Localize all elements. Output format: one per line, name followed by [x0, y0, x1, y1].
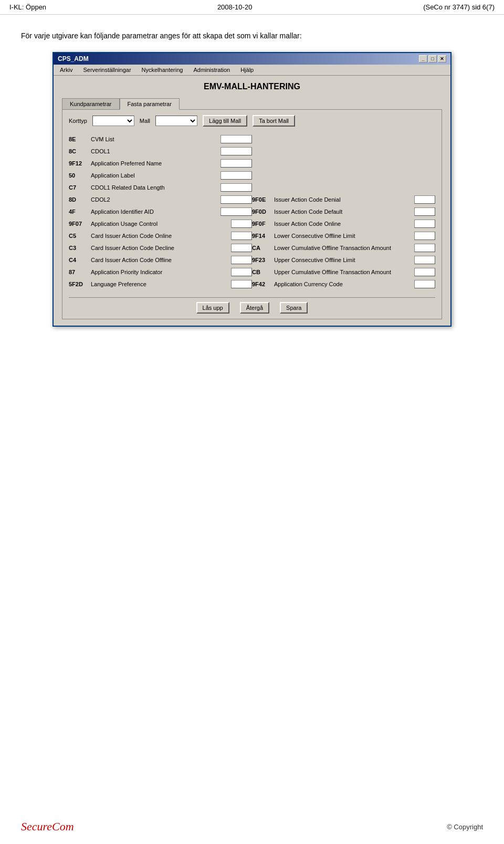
intro-paragraph: För varje utgivare kan följande parametr…: [21, 30, 483, 41]
menu-item-hjalp[interactable]: Hjälp: [238, 66, 256, 74]
securecom-logo: SecureCom: [21, 820, 74, 833]
logo-com: Com: [52, 820, 74, 833]
param-code-c5: C5: [69, 233, 91, 239]
param-input-9f23[interactable]: [414, 256, 435, 264]
param-name-c3: Card Issuer Action Code Decline: [91, 245, 231, 251]
param-name-9f0e: Issuer Action Code Denial: [274, 196, 414, 203]
param-input-9f12[interactable]: [220, 159, 252, 168]
param-code-8e: 8E: [69, 136, 91, 142]
header-center: 2008-10-20: [217, 3, 253, 11]
page-footer: SecureCom © Copyright: [0, 820, 504, 833]
titlebar-buttons: _ □ ✕: [419, 55, 446, 62]
add-mall-button[interactable]: Lägg till Mall: [203, 115, 247, 127]
param-input-9f14[interactable]: [414, 232, 435, 240]
param-name-50: Application Label: [91, 172, 220, 179]
param-name-cb: Upper Cumulative Offline Transaction Amo…: [274, 269, 414, 275]
param-input-ca[interactable]: [414, 244, 435, 252]
close-button[interactable]: ✕: [438, 55, 446, 62]
param-input-8e[interactable]: [220, 135, 252, 143]
dialog-main-title: EMV-MALL-HANTERING: [62, 82, 442, 91]
param-name-4f: Application Identifier AID: [91, 209, 220, 215]
param-input-c7[interactable]: [220, 183, 252, 192]
param-input-9f0f[interactable]: [414, 220, 435, 228]
revert-button[interactable]: Återgå: [240, 302, 269, 314]
param-row-cb: CB Upper Cumulative Offline Transaction …: [252, 267, 435, 277]
param-code-50: 50: [69, 172, 91, 179]
menu-item-nyckelhantering[interactable]: Nyckelhantering: [140, 66, 185, 74]
param-row-9f0e: 9F0E Issuer Action Code Denial: [252, 194, 435, 205]
unlock-button[interactable]: Lås upp: [196, 302, 229, 314]
param-name-ca: Lower Cumulative Offline Transaction Amo…: [274, 245, 414, 251]
params-grid: 8E CVM List 8C CDOL1 9F12 Application Pr…: [69, 133, 435, 292]
mall-label: Mall: [140, 118, 150, 124]
param-row-9f07: 9F07 Application Usage Control: [69, 218, 252, 229]
param-input-50[interactable]: [220, 171, 252, 180]
tab-fasta-parametrar[interactable]: Fasta parametrar: [120, 98, 180, 110]
param-row-9f42: 9F42 Application Currency Code: [252, 279, 435, 289]
param-code-9f0d: 9F0D: [252, 209, 274, 215]
param-name-8e: CVM List: [91, 136, 220, 142]
param-input-9f07[interactable]: [231, 220, 252, 228]
header-right: (SeCo nr 3747) sid 6(7): [423, 3, 495, 11]
dialog-title-text: CPS_ADM: [58, 55, 89, 62]
param-input-c4[interactable]: [231, 256, 252, 264]
param-row-8c: 8C CDOL1: [69, 146, 252, 157]
param-input-87[interactable]: [231, 268, 252, 276]
param-input-8d[interactable]: [220, 195, 252, 204]
param-code-5f2d: 5F2D: [69, 281, 91, 287]
param-row-ca: CA Lower Cumulative Offline Transaction …: [252, 243, 435, 253]
menu-item-arkiv[interactable]: Arkiv: [58, 66, 75, 74]
param-input-c3[interactable]: [231, 244, 252, 252]
param-input-8c[interactable]: [220, 147, 252, 155]
param-input-5f2d[interactable]: [231, 280, 252, 288]
param-name-9f14: Lower Consecutive Offline Limit: [274, 233, 414, 239]
menu-item-serverinstallningar[interactable]: Serverinställningar: [81, 66, 133, 74]
param-code-c7: C7: [69, 184, 91, 191]
param-code-4f: 4F: [69, 209, 91, 215]
param-name-8d: CDOL2: [91, 196, 220, 203]
param-name-9f0d: Issuer Action Code Default: [274, 209, 414, 215]
param-row-8d: 8D CDOL2: [69, 194, 252, 205]
tabs-row: Kundparametrar Fasta parametrar: [62, 98, 442, 109]
param-row-87: 87 Application Priority Indicator: [69, 267, 252, 277]
save-button[interactable]: Spara: [280, 302, 308, 314]
dialog-window: CPS_ADM _ □ ✕ Arkiv Serverinställningar …: [52, 52, 452, 327]
param-input-9f0e[interactable]: [414, 195, 435, 204]
param-name-c5: Card Issuer Action Code Online: [91, 233, 231, 239]
param-row-4f: 4F Application Identifier AID: [69, 206, 252, 217]
param-code-9f23: 9F23: [252, 257, 274, 263]
param-row-c3: C3 Card Issuer Action Code Decline: [69, 243, 252, 253]
param-name-9f42: Application Currency Code: [274, 281, 414, 287]
korttyp-select[interactable]: [92, 116, 134, 126]
param-row-9f0f: 9F0F Issuer Action Code Online: [252, 218, 435, 229]
param-row-9f0d: 9F0D Issuer Action Code Default: [252, 206, 435, 217]
page-header: I-KL: Öppen 2008-10-20 (SeCo nr 3747) si…: [0, 0, 504, 15]
param-code-8c: 8C: [69, 148, 91, 154]
remove-mall-button[interactable]: Ta bort Mall: [253, 115, 295, 127]
param-code-ca: CA: [252, 245, 274, 251]
param-input-c5[interactable]: [231, 232, 252, 240]
param-code-9f0f: 9F0F: [252, 221, 274, 227]
tab-kundparametrar[interactable]: Kundparametrar: [62, 98, 120, 110]
minimize-button[interactable]: _: [419, 55, 427, 62]
param-row-9f23: 9F23 Upper Consecutive Offline Limit: [252, 255, 435, 265]
param-name-87: Application Priority Indicator: [91, 269, 231, 275]
param-input-9f42[interactable]: [414, 280, 435, 288]
mall-select[interactable]: [155, 116, 197, 126]
param-row-50: 50 Application Label: [69, 170, 252, 181]
param-name-5f2d: Language Preference: [91, 281, 231, 287]
param-row-c7: C7 CDOL1 Related Data Length: [69, 182, 252, 193]
param-name-9f23: Upper Consecutive Offline Limit: [274, 257, 414, 263]
param-row-5f2d: 5F2D Language Preference: [69, 279, 252, 289]
param-input-cb[interactable]: [414, 268, 435, 276]
param-name-c7: CDOL1 Related Data Length: [91, 184, 220, 191]
maximize-button[interactable]: □: [428, 55, 437, 62]
param-name-8c: CDOL1: [91, 148, 220, 154]
param-name-c4: Card Issuer Action Code Offline: [91, 257, 231, 263]
param-input-9f0d[interactable]: [414, 207, 435, 216]
menu-item-administration[interactable]: Administration: [191, 66, 232, 74]
param-code-9f42: 9F42: [252, 281, 274, 287]
dialog-body: EMV-MALL-HANTERING Kundparametrar Fasta …: [54, 76, 450, 326]
param-input-4f[interactable]: [220, 207, 252, 216]
param-code-8d: 8D: [69, 196, 91, 203]
